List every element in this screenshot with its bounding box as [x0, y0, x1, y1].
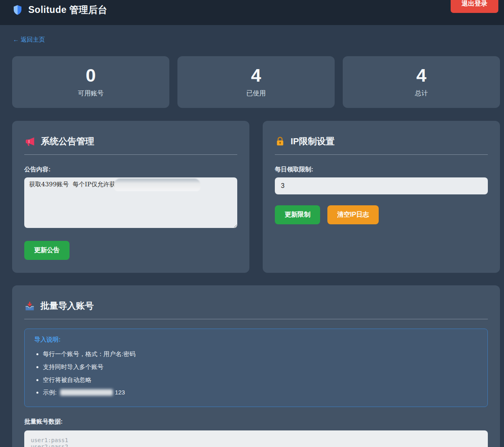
- example-suffix: 123: [115, 389, 125, 396]
- batch-import-title-text: 批量导入账号: [40, 300, 94, 312]
- instruction-item-example: 示例:123: [43, 388, 478, 397]
- stat-card-available: 0 可用账号: [12, 56, 169, 108]
- ip-limit-card: IP限制设置 每日领取限制: 更新限制 清空IP日志: [263, 121, 500, 273]
- main-content: ← 返回主页 0 可用账号 4 已使用 4 总计 系统公告管理: [0, 25, 504, 447]
- announcement-title-text: 系统公告管理: [41, 135, 94, 148]
- stat-label: 可用账号: [78, 89, 104, 98]
- stat-label: 已使用: [247, 89, 266, 98]
- announcement-card: 系统公告管理 公告内容: 获取4399账号 每个IP仅允许获 更新公告: [12, 121, 249, 273]
- instruction-item: 每行一个账号，格式：用户名:密码: [43, 350, 478, 358]
- logout-button[interactable]: 退出登录: [451, 0, 498, 13]
- example-prefix: 示例:: [43, 389, 57, 396]
- back-home-link[interactable]: ← 返回主页: [13, 36, 45, 44]
- update-announcement-button[interactable]: 更新公告: [24, 241, 70, 260]
- instruction-item: 支持同时导入多个账号: [43, 363, 478, 371]
- redacted-example-blur: [60, 389, 113, 396]
- page-title: Solitude 管理后台: [28, 4, 108, 16]
- brand: Solitude 管理后台: [12, 4, 108, 16]
- daily-limit-input[interactable]: [275, 177, 488, 194]
- import-instructions-list: 每行一个账号，格式：用户名:密码 支持同时导入多个账号 空行将被自动忽略 示例:…: [34, 350, 478, 397]
- import-instructions-title: 导入说明:: [34, 336, 478, 344]
- import-instructions-box: 导入说明: 每行一个账号，格式：用户名:密码 支持同时导入多个账号 空行将被自动…: [24, 329, 488, 407]
- ip-limit-card-title: IP限制设置: [275, 135, 488, 155]
- lock-icon: [275, 136, 285, 147]
- announcement-textarea[interactable]: 获取4399账号 每个IP仅允许获: [24, 177, 237, 228]
- instruction-item: 空行将被自动忽略: [43, 375, 478, 384]
- stat-value: 0: [86, 66, 96, 84]
- stat-card-used: 4 已使用: [177, 56, 335, 108]
- stat-value: 4: [251, 66, 261, 84]
- batch-import-card: 批量导入账号 导入说明: 每行一个账号，格式：用户名:密码 支持同时导入多个账号…: [12, 285, 500, 447]
- ip-limit-buttons: 更新限制 清空IP日志: [275, 205, 488, 224]
- megaphone-icon: [24, 136, 36, 147]
- app-header: Solitude 管理后台 退出登录: [0, 0, 504, 25]
- clear-ip-log-button[interactable]: 清空IP日志: [327, 205, 379, 224]
- stat-card-total: 4 总计: [343, 56, 500, 108]
- batch-data-textarea[interactable]: [24, 430, 488, 447]
- update-limit-button[interactable]: 更新限制: [275, 205, 320, 224]
- stat-label: 总计: [415, 89, 428, 98]
- announcement-content-label: 公告内容:: [24, 166, 237, 173]
- stats-row: 0 可用账号 4 已使用 4 总计: [12, 56, 500, 108]
- inbox-import-icon: [24, 301, 35, 312]
- shield-icon: [12, 4, 23, 15]
- stat-value: 4: [416, 66, 426, 84]
- batch-import-card-title: 批量导入账号: [24, 300, 488, 319]
- settings-row: 系统公告管理 公告内容: 获取4399账号 每个IP仅允许获 更新公告: [12, 121, 500, 273]
- daily-limit-label: 每日领取限制:: [275, 166, 488, 173]
- ip-limit-title-text: IP限制设置: [291, 135, 335, 148]
- batch-data-label: 批量账号数据:: [24, 418, 488, 426]
- announcement-card-title: 系统公告管理: [24, 135, 237, 155]
- announcement-textarea-wrap: 获取4399账号 每个IP仅允许获: [24, 177, 237, 230]
